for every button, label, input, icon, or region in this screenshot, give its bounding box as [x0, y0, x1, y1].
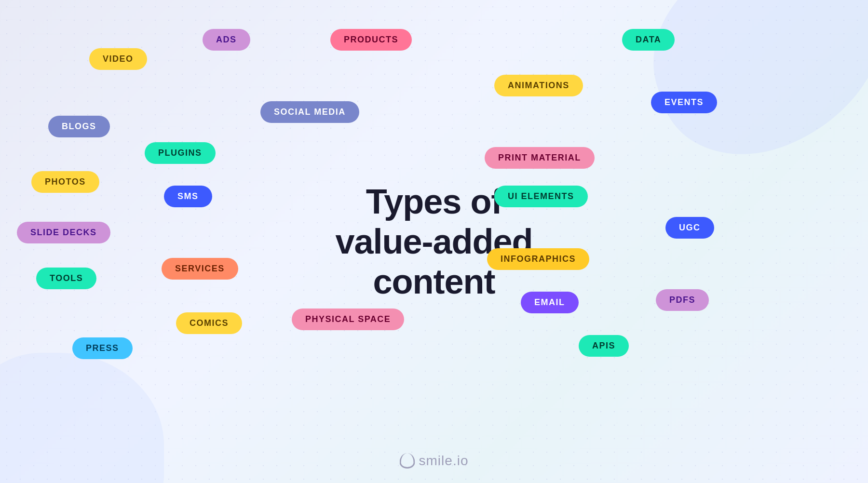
tag-ui-elements: UI ELEMENTS	[494, 186, 588, 207]
tag-print-material: PRINT MATERIAL	[485, 147, 595, 169]
wave-shape-top-right	[625, 0, 868, 180]
tag-sms: SMS	[164, 186, 212, 207]
tag-pdfs: PDFS	[656, 289, 709, 311]
tag-plugins: PLUGINS	[145, 142, 216, 164]
tag-data: DATA	[622, 29, 675, 51]
tag-blogs: BLOGS	[48, 116, 110, 137]
tag-physical-space: PHYSICAL SPACE	[292, 309, 404, 330]
title-line1: Types of	[366, 182, 502, 221]
tag-press: PRESS	[72, 337, 133, 359]
tag-photos: PHOTOS	[31, 171, 99, 193]
tag-video: VIDEO	[89, 48, 147, 70]
title-line3: content	[373, 262, 495, 300]
tag-comics: COMICS	[176, 312, 242, 334]
tag-services: SERVICES	[162, 258, 238, 280]
tag-slide-decks: SLIDE DECKS	[17, 222, 110, 243]
tag-ugc: UGC	[665, 217, 714, 239]
tag-products: PRODUCTS	[330, 29, 412, 51]
tag-events: EVENTS	[651, 92, 717, 113]
tag-animations: ANIMATIONS	[494, 75, 583, 96]
tag-ads: ADS	[203, 29, 250, 51]
tag-email: EMAIL	[521, 292, 579, 313]
tag-social-media: SOCIAL MEDIA	[260, 101, 359, 123]
tag-infographics: INFOGRAPHICS	[487, 248, 589, 270]
tag-apis: APIS	[579, 335, 629, 357]
smile-logo: smile.io	[400, 453, 469, 469]
tag-tools: TOOLS	[36, 268, 96, 289]
logo-text: smile.io	[419, 453, 469, 469]
smile-icon	[400, 453, 415, 469]
wave-shape-bottom-left	[0, 353, 164, 483]
